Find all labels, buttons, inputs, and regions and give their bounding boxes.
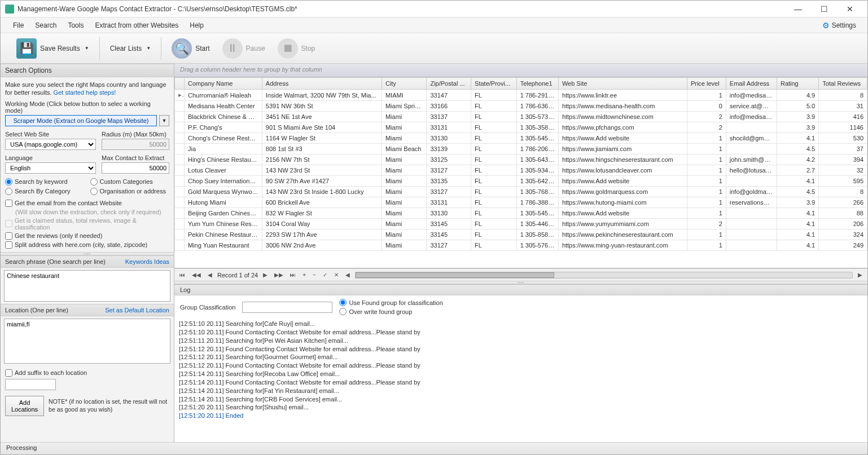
cell[interactable]: Blackbrick Chinese & Dim... (184, 112, 262, 122)
cell[interactable]: 2 (687, 219, 726, 229)
radio-overwrite[interactable]: Over write found group (339, 308, 442, 315)
cell[interactable]: FL (471, 101, 517, 112)
cell[interactable]: 33145 (427, 229, 471, 240)
cell[interactable]: https://www.midtownchinese.com (558, 112, 687, 122)
cell[interactable] (726, 240, 777, 251)
table-row[interactable]: P.F. Chang's901 S Miami Ave Ste 104Miami… (175, 122, 867, 133)
radio-use-found[interactable]: Use Found group for classification (339, 299, 442, 306)
nav-next[interactable]: ▶ (261, 272, 269, 278)
add-locations-button[interactable]: Add Locations (5, 396, 44, 416)
menu-file[interactable]: File (7, 19, 29, 32)
cell[interactable]: 1 (687, 133, 726, 144)
cell[interactable]: 33127 (427, 187, 471, 197)
radio-org-address[interactable]: Organisation or address (90, 188, 170, 195)
cell[interactable]: 901 S Miami Ave Ste 104 (262, 122, 382, 133)
cell[interactable]: 600 Brickell Ave (262, 197, 382, 208)
cell[interactable]: 33131 (427, 122, 471, 133)
cell[interactable]: https://www.hutong-miami.com (558, 197, 687, 208)
cell[interactable]: 3.9 (777, 112, 818, 122)
cell[interactable]: 1 305-642-... (516, 176, 558, 187)
cell[interactable]: 2 (687, 112, 726, 122)
cell[interactable]: FL (471, 165, 517, 176)
suffix-input[interactable] (5, 379, 56, 390)
cell[interactable]: FL (471, 229, 517, 240)
cell[interactable]: 143 NW 23rd St Inside 1-800 Lucky (262, 187, 382, 197)
nav-prev[interactable]: ◀ (206, 272, 214, 278)
cell[interactable]: 4.5 (777, 144, 818, 154)
cell[interactable]: info@medisan... (726, 112, 777, 122)
cell[interactable]: 37 (819, 144, 867, 154)
cell[interactable]: 1 786-206-... (516, 144, 558, 154)
cell[interactable]: Chop Suey International... (184, 176, 262, 187)
cell[interactable]: 1 786-636-... (516, 101, 558, 112)
check-split[interactable]: Split address with here.com (city, state… (5, 241, 169, 249)
cell[interactable]: Churromania® Hialeah (184, 90, 262, 101)
cell[interactable]: 4.1 (777, 208, 818, 219)
pause-button[interactable]: ⏸ Pause (218, 36, 270, 61)
cell[interactable]: 5.0 (777, 101, 818, 112)
cell[interactable]: 33131 (427, 197, 471, 208)
table-row[interactable]: Yum Yum Chinese Resta...3104 Coral WayMi… (175, 219, 867, 229)
cell[interactable]: 1 (687, 90, 726, 101)
table-row[interactable]: Beijing Garden Chinese ...832 W Flagler … (175, 208, 867, 219)
cell[interactable]: Hing's Chinese Restaurant (184, 154, 262, 165)
cell[interactable]: 33145 (427, 219, 471, 229)
cell[interactable]: Miami (382, 176, 427, 187)
cell[interactable]: 3.9 (777, 122, 818, 133)
cell[interactable]: 33147 (427, 90, 471, 101)
cell[interactable]: Ming Yuan Restaurant (184, 240, 262, 251)
radio-by-category[interactable]: Search By Category (5, 188, 85, 195)
cell[interactable]: Miami (382, 240, 427, 251)
cell[interactable]: https://www.medisana-health.com (558, 101, 687, 112)
cell[interactable]: https://www.Add website (558, 133, 687, 144)
cell[interactable]: Miami (382, 165, 427, 176)
cell[interactable]: Chong's Chinese Restau... (184, 133, 262, 144)
cell[interactable]: 33127 (427, 165, 471, 176)
cell[interactable]: Medisana Health Center (184, 101, 262, 112)
cell[interactable]: 1 305-358-... (516, 122, 558, 133)
cell[interactable]: https://www.hingschineserestaurant.com (558, 154, 687, 165)
cell[interactable]: 2 (687, 122, 726, 133)
cell[interactable]: 249 (819, 240, 867, 251)
cell[interactable]: 595 (819, 176, 867, 187)
nav-cancel[interactable]: ✕ (332, 272, 340, 278)
keywords-ideas-link[interactable]: Keywords Ideas (125, 258, 169, 265)
cell[interactable]: https://www.Add website (558, 208, 687, 219)
cell[interactable]: FL (471, 197, 517, 208)
table-row[interactable]: Blackbrick Chinese & Dim...3451 NE 1st A… (175, 112, 867, 122)
cell[interactable]: FL (471, 219, 517, 229)
cell[interactable]: 1 305-643-... (516, 154, 558, 165)
column-header[interactable]: Telephone1 (516, 78, 558, 90)
nav-prev-page[interactable]: ◀◀ (190, 272, 203, 278)
cell[interactable]: MIAMI (382, 90, 427, 101)
cell[interactable] (726, 229, 777, 240)
table-row[interactable]: Medisana Health Center5391 NW 36th StMia… (175, 101, 867, 112)
cell[interactable]: 8 (819, 187, 867, 197)
cell[interactable]: 33139 (427, 144, 471, 154)
cell[interactable]: Beijing Garden Chinese ... (184, 208, 262, 219)
cell[interactable]: FL (471, 208, 517, 219)
cell[interactable]: 1146 (819, 122, 867, 133)
cell[interactable]: shocild@gmail.... (726, 133, 777, 144)
clear-lists-button[interactable]: Clear Lists ▼ (106, 42, 156, 55)
cell[interactable]: info@medisan... (726, 90, 777, 101)
cell[interactable]: 1 (687, 187, 726, 197)
cell[interactable]: 33137 (427, 112, 471, 122)
cell[interactable]: https://www.pekinchineserestaurant.com (558, 229, 687, 240)
cell[interactable]: Miami (382, 208, 427, 219)
cell[interactable]: 143 NW 23rd St (262, 165, 382, 176)
cell[interactable]: 32 (819, 165, 867, 176)
cell[interactable]: Miami (382, 133, 427, 144)
cell[interactable]: https://www.Add website (558, 176, 687, 187)
cell[interactable]: 1 305-934-... (516, 165, 558, 176)
cell[interactable]: FL (471, 90, 517, 101)
working-mode-dropdown-btn[interactable]: ▼ (159, 115, 169, 126)
radio-by-keyword[interactable]: Search by keyword (5, 178, 85, 185)
table-row[interactable]: Jia808 1st St #3Miami Beach33139FL1 786-… (175, 144, 867, 154)
nav-last[interactable]: ⏭ (288, 272, 297, 278)
cell[interactable]: hello@lotusan... (726, 165, 777, 176)
minimize-button[interactable]: — (785, 1, 811, 17)
cell[interactable]: Miami (382, 197, 427, 208)
column-header[interactable]: Address (262, 78, 382, 90)
set-default-location-link[interactable]: Set as Default Location (105, 307, 169, 313)
